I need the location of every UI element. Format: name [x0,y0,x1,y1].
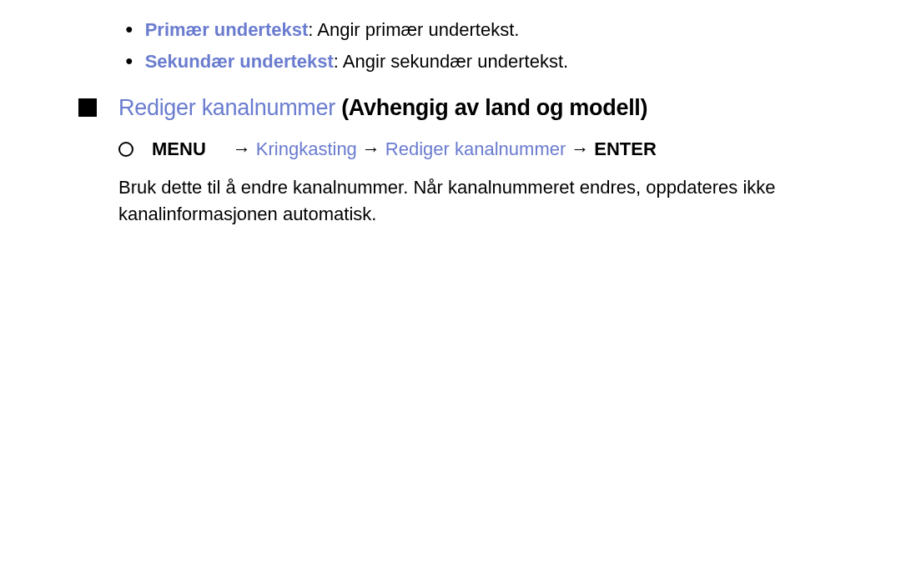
menu-label: MENU [152,136,206,163]
menu-enter: ENTER [594,136,657,163]
arrow-icon: → [233,136,251,163]
circle-icon [118,142,133,157]
section-rediger-kanalnummer: Rediger kanalnummer (Avhengig av land og… [33,92,868,228]
menu-path: MENU → Kringkasting → Rediger kanalnumme… [118,136,868,163]
heading-black: (Avhengig av land og modell) [335,95,647,120]
menu-rediger: Rediger kanalnummer [385,136,566,163]
heading-text: Rediger kanalnummer (Avhengig av land og… [118,92,647,124]
bullet-label: Primær undertekst [145,19,309,40]
arrow-icon: → [362,136,380,163]
bullet-dot-icon: ● [125,48,133,73]
menu-kringkasting: Kringkasting [256,136,357,163]
heading-blue: Rediger kanalnummer [118,95,335,120]
square-icon [78,98,97,117]
bullet-dot-icon: ● [125,17,133,42]
arrow-icon: → [571,136,589,163]
bullet-list: ● Primær undertekst: Angir primær undert… [125,17,868,75]
bullet-text: Primær undertekst: Angir primær undertek… [145,17,520,43]
section-heading: Rediger kanalnummer (Avhengig av land og… [78,92,868,124]
bullet-item-primary: ● Primær undertekst: Angir primær undert… [125,17,868,43]
bullet-label: Sekundær undertekst [145,51,334,72]
bullet-desc: : Angir primær undertekst. [308,19,519,40]
bullet-text: Sekundær undertekst: Angir sekundær unde… [145,48,568,75]
bullet-item-secondary: ● Sekundær undertekst: Angir sekundær un… [125,48,868,75]
paragraph-body: Bruk dette til å endre kanalnummer. Når … [118,174,834,228]
bullet-desc: : Angir sekundær undertekst. [334,51,568,72]
